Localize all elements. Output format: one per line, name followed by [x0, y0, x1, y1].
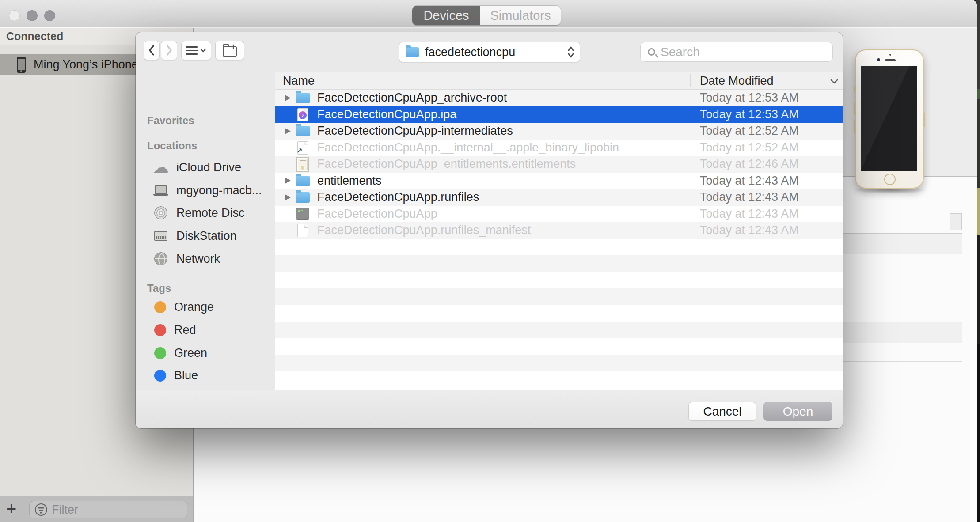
file-list-body: FaceDetectionCpuApp_archive-rootToday at… [275, 90, 843, 390]
empty-row [275, 272, 843, 289]
filter-icon [35, 503, 47, 516]
add-device-button[interactable]: + [6, 499, 16, 519]
devices-simulators-segmented-control: Devices Simulators [412, 6, 561, 25]
zoom-window-button[interactable] [44, 10, 55, 21]
laptop-icon [155, 185, 167, 194]
tab-simulators[interactable]: Simulators [480, 6, 561, 25]
file-date-modified: Today at 12:43 AM [700, 190, 799, 204]
sidebar-item-network[interactable]: Network [136, 247, 274, 270]
column-header-date-modified[interactable]: Date Modified [700, 74, 774, 88]
search-icon [648, 48, 655, 56]
plain-file-icon [297, 224, 308, 237]
tag-color-icon [154, 324, 166, 336]
file-name: FaceDetectionCpuApp_entitlements.entitle… [317, 157, 576, 171]
close-window-button[interactable] [9, 10, 20, 21]
disclosure-triangle-icon[interactable] [285, 128, 291, 134]
file-icon-cell [295, 125, 310, 138]
folder-icon [296, 93, 310, 103]
cancel-button[interactable]: Cancel [688, 402, 756, 421]
search-placeholder: Search [661, 45, 700, 59]
folder-icon [296, 192, 310, 203]
detail-control-fragment [950, 213, 962, 230]
traffic-lights [9, 10, 55, 21]
sidebar-item-label: mgyong-macb... [176, 184, 262, 197]
sidebar-item-orange[interactable]: Orange [136, 295, 274, 318]
file-date-modified: Today at 12:53 AM [700, 108, 799, 121]
sidebar-item-label: iCloud Drive [176, 161, 241, 174]
file-name: FaceDetectionCpuApp_archive-root [317, 91, 507, 105]
chevron-down-icon [200, 48, 206, 53]
disclosure-triangle-icon[interactable] [285, 95, 291, 101]
view-options-button[interactable] [181, 41, 211, 60]
back-button[interactable] [144, 41, 160, 60]
file-name: FaceDetectionCpuApp-intermediates [317, 124, 513, 138]
sidebar-item-label: Blue [174, 369, 198, 382]
iphone-icon [17, 57, 26, 73]
network-globe-icon [154, 252, 167, 265]
file-date-modified: Today at 12:43 AM [700, 207, 799, 221]
sidebar-item-label: Orange [174, 300, 214, 314]
file-row-facedetectioncpuapp-runfiles[interactable]: FaceDetectionCpuApp.runfilesToday at 12:… [275, 189, 843, 206]
sidebar-bottom-bar: + Filter [0, 496, 193, 522]
folder-icon [296, 126, 310, 136]
dialog-toolbar: facedetectioncpu Search [136, 32, 843, 72]
disclosure-triangle-icon[interactable] [285, 194, 291, 200]
file-row-facedetectioncpuapp[interactable]: FaceDetectionCpuAppToday at 12:43 AM [275, 206, 843, 223]
sort-direction-icon [830, 79, 839, 84]
file-row-facedetectioncpuapp-internal-apple-binary-lipobin[interactable]: ↗FaceDetectionCpuApp.__internal__.apple_… [275, 140, 843, 156]
open-file-dialog: facedetectioncpu Search FavoritesLocatio… [136, 32, 843, 428]
sidebar-item-remote-disc[interactable]: Remote Disc [136, 201, 274, 224]
entitlements-certificate-icon [296, 157, 309, 172]
filter-input[interactable]: Filter [29, 501, 187, 518]
sidebar-section-locations: Locations [147, 140, 197, 152]
window-titlebar: Devices Simulators [0, 0, 977, 27]
file-name: FaceDetectionCpuApp.ipa [317, 108, 456, 121]
disclosure-triangle-icon[interactable] [285, 178, 291, 184]
folder-icon [296, 176, 310, 186]
diskstation-icon [154, 231, 167, 241]
sidebar-item-diskstation[interactable]: DiskStation [136, 224, 274, 247]
file-icon-cell [295, 158, 310, 171]
remote-disc-icon [154, 206, 167, 219]
tab-devices[interactable]: Devices [412, 6, 480, 25]
alias-file-icon: ↗ [297, 141, 308, 155]
dialog-sidebar: FavoritesLocations☁iCloud Drivemgyong-ma… [136, 72, 274, 390]
file-row-entitlements[interactable]: entitlementsToday at 12:43 AM [275, 173, 843, 189]
file-row-facedetectioncpuapp-ipa[interactable]: ♪FaceDetectionCpuApp.ipaToday at 12:53 A… [275, 106, 843, 123]
file-row-facedetectioncpuapp-archive-root[interactable]: FaceDetectionCpuApp_archive-rootToday at… [275, 90, 843, 106]
folder-dropdown[interactable]: facedetectioncpu [399, 42, 580, 62]
empty-row [275, 371, 843, 388]
empty-row [275, 239, 843, 256]
file-row-facedetectioncpuapp-runfiles-manifest[interactable]: FaceDetectionCpuApp.runfiles_manifestTod… [275, 222, 843, 239]
sidebar-item-green[interactable]: Green [136, 341, 274, 364]
new-folder-icon [223, 46, 237, 57]
search-input[interactable]: Search [640, 42, 833, 62]
forward-button[interactable] [161, 41, 177, 60]
new-folder-button[interactable] [215, 41, 244, 60]
minimize-window-button[interactable] [27, 10, 38, 21]
device-name-label: Ming Yong’s iPhone [34, 58, 138, 72]
folder-icon [406, 47, 419, 57]
sidebar-item-red[interactable]: Red [136, 318, 274, 341]
sidebar-item-icloud-drive[interactable]: ☁iCloud Drive [136, 156, 274, 179]
sidebar-item-blue[interactable]: Blue [136, 364, 274, 387]
file-icon-cell [295, 191, 310, 204]
file-name: FaceDetectionCpuApp.__internal__.apple_b… [317, 141, 619, 155]
file-row-facedetectioncpuapp-entitlements-entitlements[interactable]: FaceDetectionCpuApp_entitlements.entitle… [275, 156, 843, 173]
ipa-file-icon: ♪ [297, 108, 308, 121]
empty-row [275, 255, 843, 272]
sidebar-section-tags: Tags [147, 282, 171, 295]
file-row-facedetectioncpuapp-intermediates[interactable]: FaceDetectionCpuApp-intermediatesToday a… [275, 123, 843, 140]
file-date-modified: Today at 12:43 AM [700, 223, 799, 237]
file-name: FaceDetectionCpuApp.runfiles_manifest [317, 223, 531, 237]
folder-dropdown-label: facedetectioncpu [425, 45, 567, 59]
file-name: entitlements [317, 174, 382, 188]
dialog-button-bar: Cancel Open [136, 390, 843, 428]
dropdown-arrows-icon [567, 45, 574, 59]
sidebar-item-mgyong-macb[interactable]: mgyong-macb... [136, 179, 274, 202]
column-divider[interactable] [690, 74, 691, 87]
file-date-modified: Today at 12:53 AM [700, 91, 799, 105]
open-button[interactable]: Open [763, 402, 832, 421]
sidebar-item-label: Remote Disc [176, 206, 245, 220]
column-header-name[interactable]: Name [283, 74, 315, 88]
